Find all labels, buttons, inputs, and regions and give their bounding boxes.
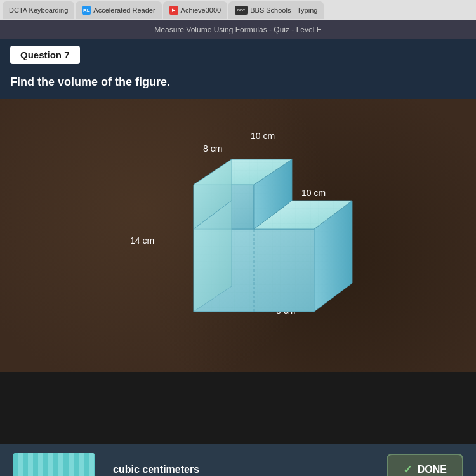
done-button[interactable]: ✓ DONE [387,454,463,476]
main-content: Question 7 Find the volume of the figure… [0,39,476,476]
tab-keyboarding[interactable]: DCTA Keyboarding [3,1,74,19]
url-text: Measure Volume Using Formulas - Quiz - L… [154,25,321,34]
question-badge: Question 7 [10,46,80,64]
checkmark-icon: ✓ [403,463,413,476]
question-prompt: Find the volume of the figure. [0,70,476,99]
done-label: DONE [418,464,447,475]
figure-svg [105,124,371,347]
tab-bbs-schools[interactable]: BBC BBS Schools - Typing [228,1,324,19]
url-bar: Measure Volume Using Formulas - Quiz - L… [0,20,476,39]
tab-accelerated-reader[interactable]: RL Accelerated Reader [76,1,161,19]
rl-icon: RL [82,6,91,15]
question-header: Question 7 [0,39,476,70]
bbs-icon: BBC [235,6,248,15]
tab-accelerated-reader-label: Accelerated Reader [93,6,155,14]
answer-unit-label: cubic centimeters [113,464,199,475]
figure-area: 8 cm 10 cm 10 cm 14 cm 10 cm 8 cm [0,99,476,372]
achieve-icon: ▶ [169,6,178,15]
bottom-bar: cubic centimeters ✓ DONE [0,444,476,476]
question-text: Find the volume of the figure. [10,76,466,89]
answer-input-box[interactable] [13,453,95,477]
figure-container: 8 cm 10 cm 10 cm 14 cm 10 cm 8 cm [105,124,371,347]
tab-achieve3000[interactable]: ▶ Achieve3000 [163,1,228,19]
tab-achieve3000-label: Achieve3000 [181,6,221,14]
tab-bar: DCTA Keyboarding RL Accelerated Reader ▶… [0,0,476,20]
tab-bbs-schools-label: BBS Schools - Typing [250,6,317,14]
tab-keyboarding-label: DCTA Keyboarding [9,6,68,14]
